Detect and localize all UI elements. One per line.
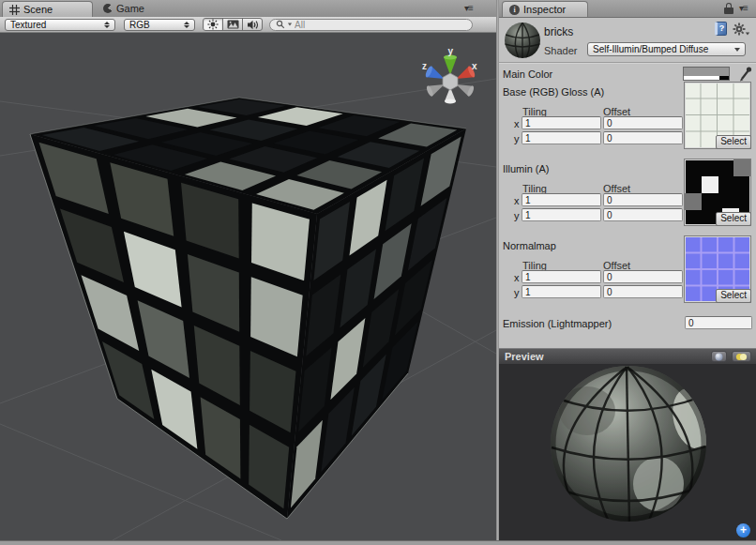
- audio-toggle-button[interactable]: [242, 18, 263, 31]
- scene-viewport[interactable]: y x z: [0, 32, 496, 540]
- preview-header[interactable]: Preview: [499, 348, 756, 365]
- illumin-tile: [733, 159, 750, 176]
- draw-mode-value: Textured: [10, 20, 46, 30]
- scene-panel-menu-icon[interactable]: ▾≡: [464, 3, 473, 14]
- illumin-map-label: Illumin (A): [503, 163, 550, 174]
- draw-mode-dropdown[interactable]: Textured: [5, 19, 115, 31]
- speaker-icon: [247, 20, 259, 30]
- search-filter-caret-icon: [288, 23, 292, 26]
- tab-game-label: Game: [116, 3, 144, 14]
- axis-x-label: x: [514, 118, 520, 129]
- gizmo-center-cube[interactable]: [443, 73, 458, 90]
- axis-y-label: y: [514, 210, 520, 221]
- gizmo-y-label: y: [448, 46, 454, 56]
- color-mode-value: RGB: [129, 20, 150, 30]
- normal-texture-thumb[interactable]: Select: [684, 235, 751, 303]
- info-icon: i: [509, 5, 520, 15]
- inspector-panel-menu-icon[interactable]: ▾≡: [739, 3, 748, 14]
- base-tiling-x-field[interactable]: [522, 116, 601, 129]
- lighting-toggle-button[interactable]: [203, 18, 223, 31]
- scene-toolbar: Textured RGB: [0, 17, 496, 33]
- preview-model-button[interactable]: [711, 351, 727, 362]
- illumin-tiling-y-field[interactable]: [522, 208, 601, 221]
- eyedropper-icon[interactable]: [739, 66, 752, 82]
- tab-inspector[interactable]: i Inspector: [502, 1, 588, 17]
- base-tiling-y-field[interactable]: [522, 131, 601, 144]
- material-name: bricks: [544, 25, 573, 38]
- shader-label: Shader: [544, 45, 577, 56]
- preview-sphere-render: [499, 365, 756, 540]
- tab-scene-label: Scene: [23, 4, 53, 15]
- tab-scene[interactable]: Scene: [2, 1, 93, 17]
- shader-value: Self-Illumin/Bumped Diffuse: [593, 44, 708, 54]
- scene-orientation-gizmo[interactable]: y x z: [422, 46, 477, 103]
- window-bottom-edge: [0, 540, 756, 545]
- normal-tiling-y-field[interactable]: [522, 285, 601, 298]
- base-map-label: Base (RGB) Gloss (A): [503, 86, 604, 98]
- preview-viewport[interactable]: [499, 365, 756, 540]
- scene-search-field[interactable]: [269, 19, 473, 31]
- base-offset-y-field[interactable]: [603, 131, 683, 144]
- header-separator: [499, 62, 756, 64]
- inspector-tabbar: i Inspector ▾≡: [499, 0, 756, 18]
- textured-cube-object[interactable]: [30, 98, 466, 519]
- gizmo-x-label: x: [472, 61, 477, 71]
- skybox-toggle-button[interactable]: [222, 18, 243, 31]
- illumin-offset-y-field[interactable]: [603, 208, 683, 221]
- illumin-texture-thumb[interactable]: Select: [684, 159, 751, 226]
- image-icon: [227, 20, 239, 29]
- tab-inspector-label: Inspector: [523, 4, 566, 15]
- scene-grid-icon: [9, 5, 20, 15]
- updown-arrows-icon: [184, 22, 189, 28]
- scene-panel: Scene Game ▾≡ Textured RGB: [0, 0, 496, 540]
- alpha-bar: [684, 76, 729, 80]
- gizmo-z-label: z: [422, 61, 427, 71]
- gear-caret-icon: [746, 33, 749, 36]
- axis-y-label: y: [514, 287, 520, 298]
- color-mode-dropdown[interactable]: RGB: [124, 19, 195, 31]
- main-color-label: Main Color: [503, 68, 552, 80]
- normalmap-label: Normalmap: [503, 240, 556, 251]
- illumin-tile: [685, 193, 702, 210]
- illumin-tile: [702, 176, 718, 193]
- search-input[interactable]: [295, 20, 463, 30]
- emission-field[interactable]: [685, 316, 752, 329]
- view-toggle-group: [203, 18, 263, 31]
- two-lights-icon: [735, 353, 748, 361]
- lock-icon[interactable]: [724, 3, 733, 14]
- updown-arrows-icon: [104, 22, 110, 28]
- normal-select-button[interactable]: Select: [716, 289, 751, 303]
- help-icon[interactable]: ?: [715, 22, 727, 36]
- add-asset-button[interactable]: +: [736, 523, 750, 537]
- search-icon: [276, 20, 285, 29]
- settings-gear-icon[interactable]: [733, 23, 750, 36]
- axis-y-label: y: [514, 133, 520, 144]
- base-select-button[interactable]: Select: [716, 135, 751, 149]
- normal-tiling-x-field[interactable]: [522, 270, 601, 283]
- gizmo-y-axis[interactable]: [444, 54, 457, 75]
- chevron-down-icon: [734, 48, 740, 52]
- illumin-select-button[interactable]: Select: [716, 212, 751, 226]
- preview-lighting-button[interactable]: [732, 351, 751, 362]
- base-texture-thumb[interactable]: Select: [684, 82, 751, 149]
- shader-dropdown[interactable]: Self-Illumin/Bumped Diffuse: [587, 42, 746, 56]
- axis-x-label: x: [514, 195, 520, 206]
- main-color-swatch[interactable]: [683, 67, 730, 81]
- material-preview-thumb: [504, 22, 541, 59]
- emission-label: Emission (Lightmapper): [503, 318, 612, 329]
- inspector-panel: i Inspector ▾≡ bricks Shader Self-Illumi…: [499, 0, 756, 540]
- unity-editor-window: { "scene": { "tab_scene": "Scene", "tab_…: [0, 0, 756, 545]
- scene-render: y x z: [0, 32, 496, 540]
- preview-title: Preview: [505, 351, 711, 362]
- illumin-offset-x-field[interactable]: [603, 193, 683, 206]
- normal-offset-x-field[interactable]: [603, 270, 683, 283]
- illumin-tiling-x-field[interactable]: [522, 193, 601, 206]
- game-icon: [103, 4, 113, 13]
- panel-divider[interactable]: [496, 0, 499, 540]
- scene-tabbar: Scene Game ▾≡: [0, 0, 496, 18]
- sun-icon: [207, 19, 219, 30]
- tab-game[interactable]: Game: [98, 1, 150, 16]
- axis-x-label: x: [514, 272, 520, 283]
- base-offset-x-field[interactable]: [603, 116, 683, 129]
- normal-offset-y-field[interactable]: [603, 285, 683, 298]
